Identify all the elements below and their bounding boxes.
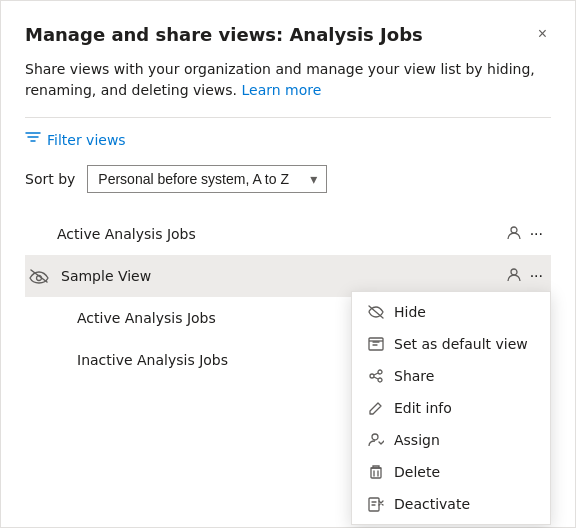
svg-point-7 <box>372 434 378 440</box>
svg-point-4 <box>378 370 382 374</box>
context-menu: Hide Set as default view <box>351 291 551 525</box>
dialog-description: Share views with your organization and m… <box>25 59 551 101</box>
filter-icon <box>25 130 41 149</box>
sort-select[interactable]: Personal before system, A to ZPersonal b… <box>87 165 327 193</box>
manage-views-dialog: Manage and share views: Analysis Jobs × … <box>0 0 576 528</box>
filter-views-button[interactable]: Filter views <box>25 130 551 149</box>
dialog-header: Manage and share views: Analysis Jobs × <box>25 21 551 47</box>
menu-item-edit-info[interactable]: Edit info <box>352 392 550 424</box>
view-name: Sample View <box>57 268 500 284</box>
view-more-button[interactable]: ··· <box>522 221 551 247</box>
deactivate-icon <box>368 496 384 512</box>
menu-item-assign[interactable]: Assign <box>352 424 550 456</box>
sort-label: Sort by <box>25 171 75 187</box>
assign-icon <box>368 432 384 448</box>
hide-icon <box>368 304 384 320</box>
menu-item-set-default[interactable]: Set as default view <box>352 328 550 360</box>
svg-point-6 <box>378 378 382 382</box>
menu-item-share[interactable]: Share <box>352 360 550 392</box>
view-name: Active Analysis Jobs <box>53 226 500 242</box>
dialog-title: Manage and share views: Analysis Jobs <box>25 24 423 45</box>
learn-more-link[interactable]: Learn more <box>242 82 322 98</box>
menu-item-deactivate[interactable]: Deactivate <box>352 488 550 520</box>
svg-rect-8 <box>371 468 381 478</box>
menu-item-deactivate-label: Deactivate <box>394 496 470 512</box>
svg-point-5 <box>370 374 374 378</box>
edit-icon <box>368 400 384 416</box>
menu-item-hide[interactable]: Hide <box>352 296 550 328</box>
default-view-icon <box>368 336 384 352</box>
svg-point-2 <box>511 269 517 275</box>
menu-item-hide-label: Hide <box>394 304 426 320</box>
share-icon <box>368 368 384 384</box>
owner-icon <box>506 225 522 244</box>
menu-item-assign-label: Assign <box>394 432 440 448</box>
views-list: Active Analysis Jobs ··· Sample View <box>25 213 551 381</box>
menu-item-delete-label: Delete <box>394 464 440 480</box>
owner-icon <box>506 267 522 286</box>
filter-views-label: Filter views <box>47 132 126 148</box>
close-button[interactable]: × <box>534 21 551 47</box>
sort-select-wrapper: Personal before system, A to ZPersonal b… <box>87 165 327 193</box>
view-row: Active Analysis Jobs ··· <box>25 213 551 255</box>
menu-item-share-label: Share <box>394 368 434 384</box>
menu-item-set-default-label: Set as default view <box>394 336 528 352</box>
svg-point-0 <box>511 227 517 233</box>
menu-item-delete[interactable]: Delete <box>352 456 550 488</box>
sort-row: Sort by Personal before system, A to ZPe… <box>25 165 551 193</box>
view-row-sample: Sample View ··· Hide <box>25 255 551 297</box>
hidden-icon <box>29 268 57 284</box>
delete-icon <box>368 464 384 480</box>
divider <box>25 117 551 118</box>
view-more-button-sample[interactable]: ··· <box>522 263 551 289</box>
svg-rect-3 <box>369 338 383 350</box>
menu-item-edit-info-label: Edit info <box>394 400 452 416</box>
